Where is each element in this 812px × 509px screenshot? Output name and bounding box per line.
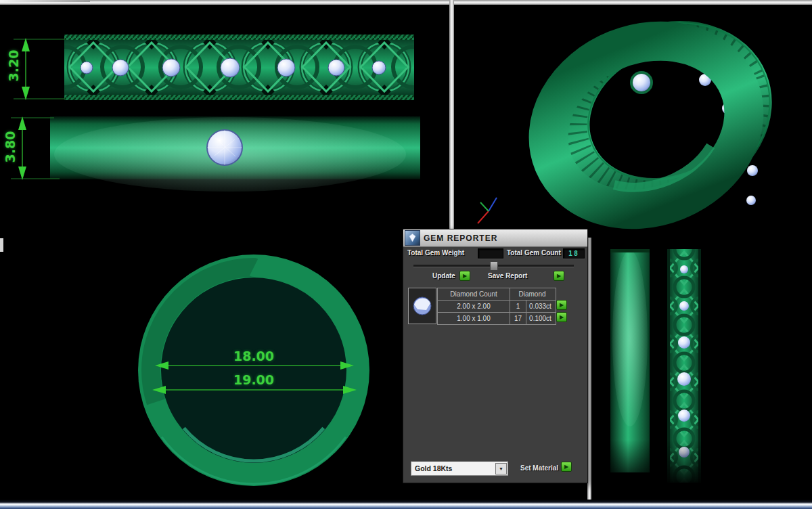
dropdown-arrow-icon[interactable]: ▼: [495, 463, 507, 474]
viewport-front-view: [602, 249, 710, 484]
viewport-divider-vertical-top[interactable]: [449, 0, 454, 233]
dimension-label-inner-diameter: 18.00: [220, 349, 288, 363]
save-report-label: Save Report: [488, 272, 527, 280]
gem-reporter-icon: [405, 230, 420, 246]
gem-size-cell: 2.00 x 2.00: [438, 301, 510, 312]
gem-weight-cell: 0.100ct: [526, 313, 554, 324]
update-label: Update: [432, 272, 455, 280]
material-dropdown-value: Gold 18Kts: [411, 464, 495, 472]
window-edge-top: [0, 0, 90, 2]
dimension-label-outer-diameter: 19.00: [220, 372, 288, 387]
gem-count-cell: 17: [510, 313, 526, 324]
axis-gizmo: [478, 198, 497, 223]
table-row[interactable]: 2.00 x 2.00 1 0.033ct: [438, 300, 556, 312]
dimension-label-band-top: 3.20: [6, 45, 21, 86]
total-gem-weight-label: Total Gem Weight: [407, 249, 464, 257]
dimension-3-20: [14, 39, 65, 99]
header-diamond-count: Diamond Count: [438, 288, 510, 300]
gem-weight-cell: 0.033ct: [526, 301, 554, 312]
cad-workspace: 3.20 3.80 18.00 19.00 GEM REPORTER Total…: [0, 0, 812, 509]
viewport-side-view: [11, 35, 420, 192]
total-gem-count-value: 18: [563, 248, 585, 259]
gem-count-cell: 1: [510, 301, 526, 312]
gem-size-cell: 1.00 x 1.00: [438, 313, 510, 324]
table-row[interactable]: 1.00 x 1.00 17 0.100ct: [438, 312, 556, 324]
set-material-label: Set Material: [520, 464, 558, 472]
viewport-perspective-view: [478, 0, 797, 238]
dimension-label-band-bottom: 3.80: [3, 127, 18, 167]
row-apply-button[interactable]: ▶: [556, 312, 567, 322]
header-diamond: Diamond: [510, 288, 554, 300]
save-report-button[interactable]: ▶: [554, 271, 564, 281]
gem-table-header: Diamond Count Diamond: [438, 288, 556, 300]
gem-slider-thumb[interactable]: [490, 261, 498, 271]
total-gem-weight-value: [478, 248, 503, 259]
go-arrow-icon: ▶: [564, 464, 568, 470]
dialog-titlebar[interactable]: GEM REPORTER: [403, 229, 587, 247]
go-arrow-icon: ▶: [557, 273, 561, 279]
go-arrow-icon: ▶: [560, 315, 564, 320]
go-arrow-icon: ▶: [560, 303, 564, 308]
set-material-button[interactable]: ▶: [561, 462, 572, 472]
go-arrow-icon: ▶: [463, 273, 467, 279]
gem-table: Diamond Count Diamond 2.00 x 2.00 1 0.03…: [437, 288, 556, 325]
total-gem-count-label: Total Gem Count: [507, 249, 561, 257]
gem-reporter-dialog: GEM REPORTER Total Gem Weight Total Gem …: [403, 229, 588, 483]
viewport-divider-horizontal[interactable]: [0, 0, 812, 5]
window-bottom-edge: [0, 500, 812, 509]
gem-thumbnail[interactable]: [408, 288, 436, 324]
viewport-top-view: [138, 255, 369, 486]
update-button[interactable]: ▶: [459, 271, 470, 281]
dialog-title: GEM REPORTER: [424, 234, 497, 243]
window-edge-tick: [0, 238, 3, 252]
material-dropdown[interactable]: Gold 18Kts ▼: [411, 461, 508, 476]
row-apply-button[interactable]: ▶: [556, 300, 567, 310]
